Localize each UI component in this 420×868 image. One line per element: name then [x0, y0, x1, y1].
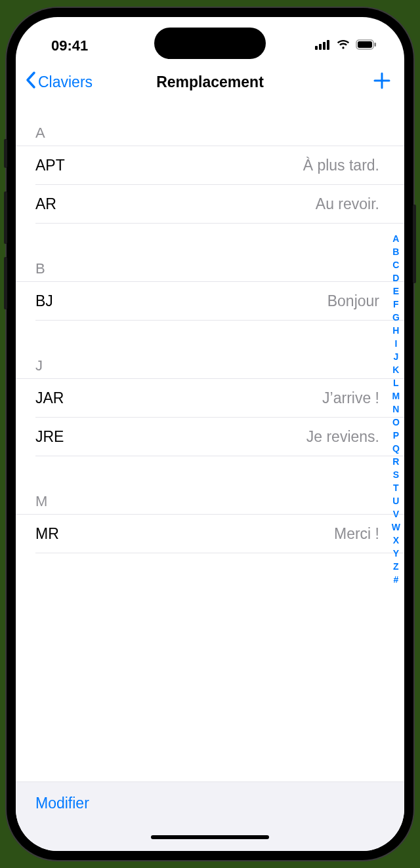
home-indicator[interactable] [151, 835, 269, 839]
index-letter[interactable]: T [393, 481, 399, 494]
shortcut-text: MR [35, 525, 59, 543]
index-letter[interactable]: V [393, 507, 399, 521]
nav-bar: Claviers Remplacement [16, 63, 404, 101]
dynamic-island [154, 28, 266, 59]
shortcut-text: JRE [35, 428, 64, 446]
silent-switch [4, 139, 7, 168]
index-letter[interactable]: B [392, 245, 399, 258]
back-button[interactable]: Claviers [25, 71, 93, 94]
list-item[interactable]: APTÀ plus tard. [16, 146, 404, 185]
index-letter[interactable]: A [392, 232, 399, 245]
toolbar: Modifier [16, 781, 404, 825]
volume-up-button [4, 191, 7, 244]
index-letter[interactable]: K [392, 363, 399, 376]
index-letter[interactable]: P [393, 429, 399, 442]
svg-rect-6 [375, 43, 377, 47]
index-letter[interactable]: H [392, 324, 399, 337]
index-letter[interactable]: Z [393, 560, 399, 573]
section-index[interactable]: ABCDEFGHIJKLMNOPQRSTUVWXYZ# [392, 232, 400, 586]
back-label: Claviers [38, 73, 93, 91]
index-letter[interactable]: F [393, 298, 399, 311]
svg-rect-2 [323, 42, 326, 50]
section-gap [16, 224, 404, 255]
content-area: AAPTÀ plus tard.ARAu revoir.BBJBonjourJJ… [16, 101, 404, 781]
index-letter[interactable]: R [392, 455, 399, 468]
section-header: B [16, 255, 404, 282]
index-letter[interactable]: Q [392, 442, 400, 455]
battery-icon [356, 39, 377, 52]
index-letter[interactable]: O [392, 416, 400, 429]
shortcut-text: APT [35, 157, 65, 174]
replacement-list[interactable]: AAPTÀ plus tard.ARAu revoir.BBJBonjourJJ… [16, 101, 404, 553]
list-item[interactable]: JARJ’arrive ! [16, 379, 404, 418]
index-letter[interactable]: C [392, 258, 399, 271]
index-letter[interactable]: I [394, 337, 397, 350]
index-letter[interactable]: D [392, 271, 399, 285]
home-indicator-area [16, 825, 404, 851]
wifi-icon [336, 39, 350, 52]
index-letter[interactable]: S [393, 468, 399, 481]
shortcut-text: AR [35, 195, 56, 213]
cellular-icon [315, 39, 331, 52]
index-letter[interactable]: X [393, 534, 399, 547]
volume-down-button [4, 257, 7, 309]
index-letter[interactable]: N [392, 403, 399, 416]
phrase-text: À plus tard. [303, 157, 379, 174]
index-letter[interactable]: E [393, 285, 399, 298]
phrase-text: Je reviens. [306, 428, 379, 446]
index-letter[interactable]: G [392, 311, 400, 324]
phrase-text: Bonjour [327, 292, 379, 310]
plus-icon [373, 68, 391, 95]
page-title: Remplacement [156, 73, 264, 91]
power-button [413, 205, 416, 283]
edit-button[interactable]: Modifier [35, 795, 89, 812]
add-button[interactable] [373, 70, 391, 94]
index-letter[interactable]: L [393, 376, 399, 389]
index-letter[interactable]: # [393, 573, 398, 586]
phrase-text: J’arrive ! [322, 389, 379, 407]
index-letter[interactable]: J [393, 350, 398, 363]
shortcut-text: BJ [35, 292, 53, 310]
index-letter[interactable]: M [392, 389, 400, 403]
svg-rect-1 [319, 44, 322, 50]
status-icons [315, 39, 377, 52]
svg-rect-0 [315, 46, 318, 50]
list-item[interactable]: MRMerci ! [16, 515, 404, 553]
phrase-text: Merci ! [334, 525, 379, 543]
phrase-text: Au revoir. [316, 195, 379, 213]
index-letter[interactable]: U [392, 494, 399, 507]
svg-rect-3 [327, 40, 329, 50]
chevron-left-icon [25, 71, 37, 94]
list-item[interactable]: ARAu revoir. [16, 185, 404, 224]
section-header: M [16, 488, 404, 515]
section-gap [16, 321, 404, 352]
status-time: 09:41 [51, 37, 88, 54]
screen: 09:41 Claviers Remplacement [16, 17, 404, 851]
list-item[interactable]: JREJe reviens. [16, 418, 404, 456]
phone-frame: 09:41 Claviers Remplacement [7, 8, 413, 860]
section-header: J [16, 352, 404, 379]
section-header: A [16, 119, 404, 146]
index-letter[interactable]: Y [393, 547, 399, 560]
shortcut-text: JAR [35, 389, 64, 407]
svg-rect-5 [358, 41, 372, 48]
list-item[interactable]: BJBonjour [16, 282, 404, 321]
index-letter[interactable]: W [392, 521, 400, 534]
section-gap [16, 456, 404, 488]
